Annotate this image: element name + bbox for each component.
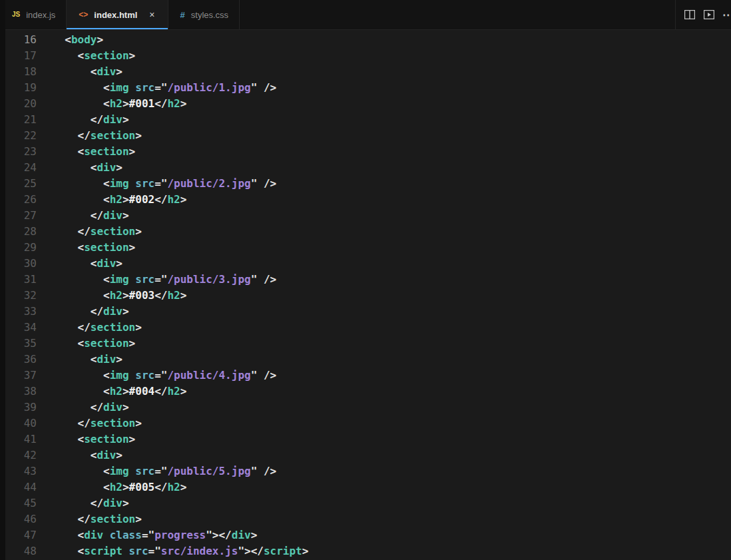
line-number: 33	[0, 304, 37, 320]
code-line[interactable]: 41 <section>	[0, 431, 731, 447]
code-line-content[interactable]: </section>	[37, 511, 142, 527]
code-line-content[interactable]: <section>	[37, 48, 135, 64]
tab-styles-css[interactable]: # styles.css	[168, 0, 240, 29]
tab-label: styles.css	[191, 10, 228, 20]
code-line-content[interactable]: </div>	[37, 112, 129, 128]
code-line-content[interactable]: <section>	[37, 431, 135, 447]
css-file-icon: #	[180, 11, 185, 19]
code-line-content[interactable]: <img src="/public/2.jpg" />	[37, 176, 276, 192]
code-line-content[interactable]: <h2>#004</h2>	[37, 384, 186, 400]
code-line[interactable]: 22 </section>	[0, 128, 731, 144]
line-number: 48	[0, 543, 37, 559]
code-line-content[interactable]: <img src="/public/4.jpg" />	[37, 368, 276, 384]
code-line-content[interactable]: <div>	[37, 160, 122, 176]
line-number: 44	[0, 479, 37, 495]
line-number: 28	[0, 224, 37, 240]
code-line[interactable]: 19 <img src="/public/1.jpg" />	[0, 80, 731, 96]
code-line-content[interactable]: <div>	[37, 256, 122, 272]
code-line[interactable]: 23 <section>	[0, 144, 731, 160]
code-line-content[interactable]: <body>	[37, 32, 103, 48]
code-editor[interactable]: 16 <body>17 <section>18 <div>19 <img src…	[0, 30, 731, 560]
line-number: 31	[0, 272, 37, 288]
more-actions-icon[interactable]: ⋯	[722, 8, 731, 22]
code-line[interactable]: 46 </section>	[0, 511, 731, 527]
line-number: 37	[0, 368, 37, 384]
code-line-content[interactable]: </div>	[37, 400, 129, 416]
code-line[interactable]: 33 </div>	[0, 304, 731, 320]
code-line-content[interactable]: <h2>#002</h2>	[37, 192, 186, 208]
code-line[interactable]: 40 </section>	[0, 416, 731, 431]
code-line[interactable]: 27 </div>	[0, 208, 731, 224]
code-line[interactable]: 20 <h2>#001</h2>	[0, 96, 731, 112]
code-line-content[interactable]: <img src="/public/3.jpg" />	[37, 272, 276, 288]
code-line-content[interactable]: </div>	[37, 304, 129, 320]
code-line-content[interactable]: </section>	[37, 416, 142, 431]
code-line-content[interactable]: <div class="progress"></div>	[37, 527, 257, 543]
code-line[interactable]: 45 </div>	[0, 495, 731, 511]
code-line-content[interactable]: </section>	[37, 224, 142, 240]
code-line[interactable]: 44 <h2>#005</h2>	[0, 479, 731, 495]
tab-index-js[interactable]: JS index.js	[0, 0, 67, 29]
code-line[interactable]: 32 <h2>#003</h2>	[0, 288, 731, 304]
code-line[interactable]: 30 <div>	[0, 256, 731, 272]
code-line-content[interactable]: <script src="src/index.js"></script>	[37, 543, 308, 559]
code-line-content[interactable]: <div>	[37, 352, 122, 368]
code-line-content[interactable]: <section>	[37, 144, 135, 160]
line-number: 27	[0, 208, 37, 224]
line-number: 35	[0, 336, 37, 352]
code-line[interactable]: 37 <img src="/public/4.jpg" />	[0, 368, 731, 384]
code-line[interactable]: 29 <section>	[0, 240, 731, 256]
code-line[interactable]: 28 </section>	[0, 224, 731, 240]
tab-index-html[interactable]: <> index.html ×	[67, 0, 168, 29]
open-preview-button[interactable]	[702, 7, 716, 22]
code-line[interactable]: 47 <div class="progress"></div>	[0, 527, 731, 543]
line-number: 20	[0, 96, 37, 112]
line-number: 22	[0, 128, 37, 144]
line-number: 47	[0, 527, 37, 543]
code-line-content[interactable]: <h2>#005</h2>	[37, 479, 186, 495]
line-number: 41	[0, 431, 37, 447]
code-line[interactable]: 21 </div>	[0, 112, 731, 128]
code-line[interactable]: 34 </section>	[0, 320, 731, 336]
line-number: 16	[0, 32, 37, 48]
close-tab-icon[interactable]: ×	[147, 9, 156, 20]
line-number: 43	[0, 463, 37, 479]
code-line[interactable]: 48 <script src="src/index.js"></script>	[0, 543, 731, 559]
line-number: 24	[0, 160, 37, 176]
tab-label: index.html	[94, 10, 137, 20]
code-line-content[interactable]: <img src="/public/5.jpg" />	[37, 463, 276, 479]
code-line[interactable]: 25 <img src="/public/2.jpg" />	[0, 176, 731, 192]
code-line-content[interactable]: <div>	[37, 447, 122, 463]
code-line[interactable]: 38 <h2>#004</h2>	[0, 384, 731, 400]
line-number: 40	[0, 416, 37, 431]
line-number: 30	[0, 256, 37, 272]
tab-label: index.js	[26, 10, 55, 20]
code-line[interactable]: 36 <div>	[0, 352, 731, 368]
code-line-content[interactable]: </section>	[37, 128, 142, 144]
code-line[interactable]: 16 <body>	[0, 32, 731, 48]
code-line[interactable]: 17 <section>	[0, 48, 731, 64]
editor-actions: ⋯	[675, 0, 731, 29]
code-line[interactable]: 43 <img src="/public/5.jpg" />	[0, 463, 731, 479]
js-file-icon: JS	[12, 11, 20, 18]
code-line-content[interactable]: <section>	[37, 240, 135, 256]
code-line-content[interactable]: </div>	[37, 208, 129, 224]
code-line[interactable]: 35 <section>	[0, 336, 731, 352]
code-line[interactable]: 39 </div>	[0, 400, 731, 416]
code-line-content[interactable]: <div>	[37, 64, 122, 80]
line-number: 32	[0, 288, 37, 304]
code-line[interactable]: 26 <h2>#002</h2>	[0, 192, 731, 208]
code-line[interactable]: 31 <img src="/public/3.jpg" />	[0, 272, 731, 288]
code-line[interactable]: 24 <div>	[0, 160, 731, 176]
code-line[interactable]: 42 <div>	[0, 447, 731, 463]
code-line-content[interactable]: <section>	[37, 336, 135, 352]
split-editor-button[interactable]	[682, 7, 697, 22]
code-line-content[interactable]: <h2>#003</h2>	[37, 288, 186, 304]
code-line-content[interactable]: <h2>#001</h2>	[37, 96, 186, 112]
code-line-content[interactable]: <img src="/public/1.jpg" />	[37, 80, 276, 96]
code-line-content[interactable]: </div>	[37, 495, 129, 511]
code-line-content[interactable]: </section>	[37, 320, 142, 336]
editor-tab-bar: JS index.js <> index.html × # styles.css…	[0, 0, 731, 30]
code-line[interactable]: 18 <div>	[0, 64, 731, 80]
line-number: 34	[0, 320, 37, 336]
